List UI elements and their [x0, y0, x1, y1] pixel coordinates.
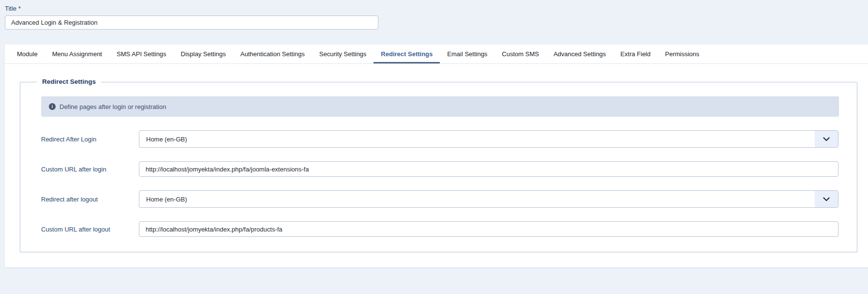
field-row-custom-url-after-login: Custom URL after login	[41, 161, 838, 177]
custom-url-after-login-input[interactable]	[139, 161, 838, 177]
field-row-custom-url-after-logout: Custom URL after logout	[41, 221, 838, 237]
module-settings-card: Module Menu Assignment SMS API Settings …	[5, 45, 868, 267]
custom-url-after-login-label: Custom URL after login	[41, 166, 139, 173]
tab-advanced-settings[interactable]: Advanced Settings	[546, 45, 613, 63]
info-alert-text: Define pages after login or registration	[60, 103, 166, 110]
redirect-after-login-selected-value: Home (en-GB)	[146, 136, 187, 143]
tab-bar: Module Menu Assignment SMS API Settings …	[5, 45, 868, 64]
redirect-after-logout-select[interactable]: Home (en-GB)	[139, 190, 838, 208]
tab-module[interactable]: Module	[10, 45, 45, 63]
tab-menu-assignment[interactable]: Menu Assignment	[45, 45, 109, 63]
page-header: Title *	[0, 0, 868, 30]
tab-extra-field[interactable]: Extra Field	[613, 45, 658, 63]
chevron-down-icon	[815, 131, 838, 147]
field-row-redirect-after-login: Redirect After Login Home (en-GB)	[41, 130, 838, 148]
tab-email-settings[interactable]: Email Settings	[440, 45, 494, 63]
tab-security-settings[interactable]: Security Settings	[312, 45, 374, 63]
redirect-after-login-label: Redirect After Login	[41, 136, 139, 143]
custom-url-after-logout-label: Custom URL after logout	[41, 226, 139, 233]
tab-permissions[interactable]: Permissions	[658, 45, 706, 63]
tab-custom-sms[interactable]: Custom SMS	[494, 45, 546, 63]
tab-sms-api-settings[interactable]: SMS API Settings	[109, 45, 174, 63]
redirect-after-login-select[interactable]: Home (en-GB)	[139, 130, 838, 148]
tab-display-settings[interactable]: Display Settings	[174, 45, 233, 63]
title-label: Title *	[5, 5, 868, 13]
redirect-after-logout-label: Redirect after logout	[41, 196, 139, 203]
tab-authentication-settings[interactable]: Authentication Settings	[233, 45, 312, 63]
redirect-settings-panel: Redirect Settings i Define pages after l…	[20, 78, 857, 252]
redirect-after-logout-selected-value: Home (en-GB)	[146, 196, 187, 203]
custom-url-after-logout-input[interactable]	[139, 221, 838, 237]
tab-redirect-settings[interactable]: Redirect Settings	[374, 45, 440, 63]
field-row-redirect-after-logout: Redirect after logout Home (en-GB)	[41, 190, 838, 208]
title-input[interactable]	[5, 15, 378, 30]
info-alert: i Define pages after login or registrati…	[41, 96, 839, 117]
chevron-down-icon	[815, 191, 838, 207]
info-icon: i	[49, 103, 56, 110]
panel-legend: Redirect Settings	[37, 78, 101, 86]
